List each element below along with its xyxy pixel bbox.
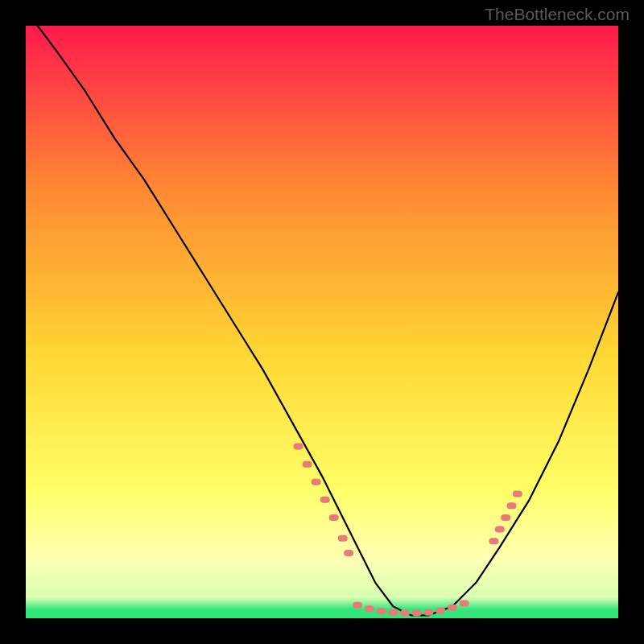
plot-area: [26, 26, 618, 618]
marker-point: [312, 479, 321, 485]
marker-point: [344, 550, 353, 556]
watermark-text: TheBottleneck.com: [485, 5, 630, 24]
marker-point: [507, 502, 517, 509]
marker-point: [365, 605, 374, 612]
marker-point: [377, 608, 386, 614]
svg-rect-0: [26, 26, 618, 618]
marker-point: [436, 607, 445, 613]
marker-point: [412, 609, 422, 616]
marker-point: [338, 535, 348, 542]
marker-point: [495, 526, 505, 533]
marker-point: [320, 497, 330, 503]
marker-point: [423, 609, 433, 616]
marker-point: [353, 602, 362, 609]
chart-container: TheBottleneck.com: [0, 0, 644, 644]
marker-point: [294, 444, 303, 450]
marker-point: [400, 609, 410, 616]
chart-svg: [26, 26, 618, 618]
marker-point: [460, 601, 469, 607]
marker-point: [303, 461, 312, 468]
marker-point: [448, 605, 457, 611]
marker-point: [329, 514, 339, 521]
marker-point: [489, 538, 498, 544]
marker-point: [501, 514, 510, 521]
marker-point: [513, 490, 522, 497]
marker-point: [388, 609, 398, 616]
